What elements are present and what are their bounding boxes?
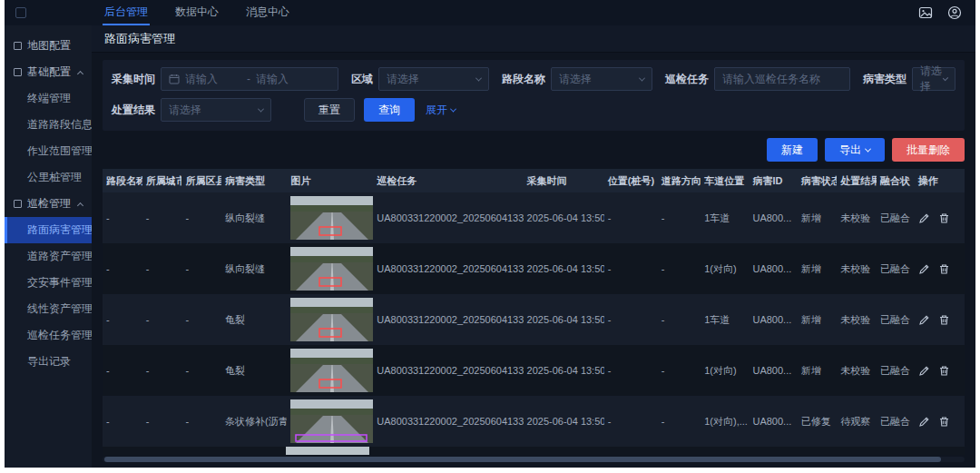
edit-icon[interactable] <box>918 416 930 428</box>
sidebar-item[interactable]: 道路路段信息 <box>5 112 92 138</box>
table-header-row: 路段名称所属城市所属区县病害类型图片巡检任务采集时间位置(桩号)道路方向车道位置… <box>103 169 965 192</box>
sidebar-item-label: 巡检管理 <box>27 196 71 212</box>
table-row[interactable]: - - - 龟裂 <box>103 345 965 396</box>
column-header: 所属区县 <box>181 169 221 192</box>
road-photo-thumbnail[interactable] <box>290 247 373 291</box>
column-header: 处置结果 <box>837 169 877 192</box>
delete-icon[interactable] <box>938 416 950 428</box>
sidebar-item[interactable]: 线性资产管理 <box>5 296 92 322</box>
export-button[interactable]: 导出 <box>825 138 885 162</box>
column-header: 图片 <box>287 169 373 192</box>
chevron-down-icon <box>258 105 264 112</box>
horizontal-scrollbar[interactable] <box>103 457 965 462</box>
sidebar-item-label: 地图配置 <box>27 38 71 54</box>
region-select[interactable]: 请选择 <box>378 67 489 91</box>
logo-icon <box>15 7 26 18</box>
sidebar-item[interactable]: 巡检管理 <box>5 191 92 217</box>
sidebar-item[interactable]: 作业范围管理 <box>5 138 92 164</box>
user-icon[interactable] <box>946 5 963 21</box>
menu-doc-icon <box>14 68 22 76</box>
filter-result: 处置结果 请选择 <box>112 98 271 122</box>
sidebar-item[interactable]: 交安事件管理 <box>5 270 92 296</box>
search-button[interactable]: 查询 <box>364 98 415 122</box>
calendar-icon <box>169 74 180 84</box>
sidebar-item[interactable]: 终端管理 <box>5 85 92 112</box>
main-area: 路面病害管理 采集时间 - <box>92 25 975 468</box>
sidebar-item-label: 线性资产管理 <box>27 301 92 317</box>
task-input-wrap <box>714 67 850 91</box>
chevron-up-icon <box>78 198 83 211</box>
page-title: 路面病害管理 <box>92 25 975 53</box>
column-header: 位置(桩号) <box>604 169 658 192</box>
date-range-picker[interactable]: - <box>161 67 338 91</box>
column-header: 车道位置 <box>701 169 749 192</box>
column-header: 采集时间 <box>524 169 604 192</box>
topbar: 后台管理 数据中心 消息中心 <box>5 0 975 25</box>
delete-icon[interactable] <box>938 365 950 377</box>
sidebar-item[interactable]: 基础配置 <box>5 59 92 85</box>
filter-road: 路段名称 请选择 <box>502 67 652 91</box>
sidebar-item[interactable]: 巡检任务管理 <box>5 322 92 349</box>
type-select[interactable]: 请选择 <box>912 67 956 91</box>
road-photo-thumbnail[interactable] <box>290 399 373 443</box>
menu-doc-icon <box>14 200 22 208</box>
top-nav-tab[interactable]: 后台管理 <box>103 0 150 25</box>
result-select[interactable]: 请选择 <box>161 98 271 122</box>
filter-type: 病害类型 请选择 <box>863 67 956 91</box>
edit-icon[interactable] <box>918 365 930 377</box>
date-end-input[interactable] <box>256 73 312 85</box>
top-nav-tab[interactable]: 消息中心 <box>244 0 291 25</box>
sidebar: 地图配置 基础配置 终端管理 道路路段信息 <box>5 25 92 468</box>
date-start-input[interactable] <box>185 73 241 85</box>
sidebar-item-label: 路面病害管理 <box>27 222 92 238</box>
column-header: 病害ID <box>749 169 797 192</box>
pagination: 共 12706 条 123456 ••• 1271 10条/页 前往 页 <box>103 462 965 468</box>
table-row[interactable]: - - - 纵向裂缝 <box>103 192 965 243</box>
edit-icon[interactable] <box>918 263 930 275</box>
app-window: 后台管理 数据中心 消息中心 <box>5 0 975 468</box>
sidebar-item[interactable]: 公里桩管理 <box>5 164 92 191</box>
edit-icon[interactable] <box>918 314 930 326</box>
sidebar-item[interactable]: 地图配置 <box>5 33 92 59</box>
batch-delete-button[interactable]: 批量删除 <box>892 138 965 162</box>
delete-icon[interactable] <box>938 314 950 326</box>
road-photo-thumbnail[interactable] <box>290 298 373 341</box>
road-select[interactable]: 请选择 <box>551 67 652 91</box>
column-header: 所属城市 <box>142 169 182 192</box>
delete-icon[interactable] <box>938 263 950 275</box>
task-input[interactable] <box>722 73 842 85</box>
sidebar-item-label: 作业范围管理 <box>27 143 92 159</box>
filter-label: 采集时间 <box>112 72 155 87</box>
logo-zone <box>5 0 92 25</box>
scrollbar-thumb[interactable] <box>104 457 941 462</box>
sidebar-item-label: 终端管理 <box>27 91 71 106</box>
top-nav-tab[interactable]: 数据中心 <box>173 0 220 25</box>
filter-panel: 采集时间 - 区域 <box>103 60 965 131</box>
sidebar-item-label: 道路资产管理 <box>27 249 92 264</box>
road-photo-thumbnail[interactable] <box>290 349 373 392</box>
picture-icon[interactable] <box>917 5 934 21</box>
table-row[interactable]: - - - 龟裂 <box>103 294 965 345</box>
chevron-down-icon <box>865 145 871 152</box>
table-row[interactable]: - - - 纵向裂缝 <box>103 243 965 294</box>
sidebar-item[interactable]: 导出记录 <box>5 349 92 375</box>
reset-button[interactable]: 重置 <box>304 98 355 122</box>
topbar-actions <box>917 0 975 25</box>
column-header: 融合状 <box>877 169 915 192</box>
partial-row <box>103 447 965 455</box>
delete-icon[interactable] <box>938 212 950 224</box>
column-header: 巡检任务 <box>373 169 523 192</box>
sidebar-item[interactable]: 路面病害管理 <box>5 217 92 243</box>
road-photo-thumbnail[interactable] <box>290 196 373 240</box>
sidebar-item-label: 道路路段信息 <box>27 117 92 133</box>
sidebar-item-label: 交安事件管理 <box>27 275 92 291</box>
column-header: 操作 <box>915 169 965 192</box>
top-nav: 后台管理 数据中心 消息中心 <box>103 0 291 25</box>
expand-link[interactable]: 展开 <box>426 103 456 118</box>
table-row[interactable]: - - - 条状修补(沥青) <box>103 396 965 447</box>
create-button[interactable]: 新建 <box>767 138 818 162</box>
edit-icon[interactable] <box>918 212 930 224</box>
sidebar-item-label: 基础配置 <box>27 64 71 80</box>
sidebar-item[interactable]: 道路资产管理 <box>5 243 92 270</box>
date-separator: - <box>247 73 250 85</box>
